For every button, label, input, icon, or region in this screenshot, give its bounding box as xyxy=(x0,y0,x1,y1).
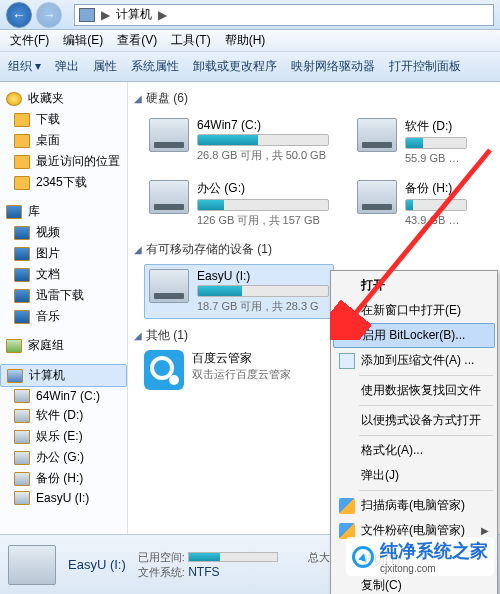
drive-icon xyxy=(14,430,30,444)
sidebar-item-thunder[interactable]: 迅雷下载 xyxy=(0,285,127,306)
homegroup-icon xyxy=(6,339,22,353)
download-icon xyxy=(14,289,30,303)
menu-file[interactable]: 文件(F) xyxy=(4,30,55,51)
sidebar-drive-h[interactable]: 备份 (H:) xyxy=(0,468,127,489)
window-titlebar: ← → ▶ 计算机 ▶ xyxy=(0,0,500,30)
status-usage-bar xyxy=(188,552,278,562)
usage-bar xyxy=(197,134,329,146)
menu-tools[interactable]: 工具(T) xyxy=(165,30,216,51)
menu-view[interactable]: 查看(V) xyxy=(111,30,163,51)
usage-bar xyxy=(405,137,467,149)
context-menu-separator xyxy=(359,375,493,376)
context-menu-label: 启用 BitLocker(B)... xyxy=(362,327,465,344)
sidebar-drive-i[interactable]: EasyU (I:) xyxy=(0,489,127,507)
folder-icon xyxy=(14,113,30,127)
section-hard-disks[interactable]: ◢硬盘 (6) xyxy=(130,88,500,109)
toolbar-organize[interactable]: 组织 ▾ xyxy=(8,58,41,75)
drive-label: EasyU (I:) xyxy=(197,269,329,283)
context-menu-item[interactable]: 以便携式设备方式打开 xyxy=(333,408,495,433)
drive-icon xyxy=(357,118,397,152)
status-fs-label: 文件系统: xyxy=(138,566,185,578)
sidebar-homegroup[interactable]: 家庭组 xyxy=(0,335,127,356)
picture-icon xyxy=(14,247,30,261)
context-menu-label: 在新窗口中打开(E) xyxy=(361,302,461,319)
status-total-label: 总大 xyxy=(308,550,330,565)
drive-icon xyxy=(357,180,397,214)
sidebar-item-recent[interactable]: 最近访问的位置 xyxy=(0,151,127,172)
drive-icon xyxy=(149,118,189,152)
context-menu-item[interactable]: 格式化(A)... xyxy=(333,438,495,463)
library-icon xyxy=(6,205,22,219)
drive-icon xyxy=(14,409,30,423)
drive-h[interactable]: 备份 (H:) 43.9 GB 可用 , 共 49 xyxy=(352,175,472,233)
toolbar-properties[interactable]: 属性 xyxy=(93,58,117,75)
nav-forward-button[interactable]: → xyxy=(36,2,62,28)
chevron-down-icon: ◢ xyxy=(134,330,142,341)
drive-icon xyxy=(14,451,30,465)
drive-icon xyxy=(149,180,189,214)
music-icon xyxy=(14,310,30,324)
context-menu-item[interactable]: 在新窗口中打开(E) xyxy=(333,298,495,323)
drive-meta: 126 GB 可用 , 共 157 GB xyxy=(197,213,329,228)
section-removable[interactable]: ◢有可移动存储的设备 (1) xyxy=(130,239,500,260)
context-menu-separator xyxy=(359,490,493,491)
sidebar-drive-d[interactable]: 软件 (D:) xyxy=(0,405,127,426)
drive-i-removable[interactable]: EasyU (I:) 18.7 GB 可用 , 共 28.3 G xyxy=(144,264,334,319)
context-menu-item[interactable]: 弹出(J) xyxy=(333,463,495,488)
sidebar-libraries[interactable]: 库 xyxy=(0,201,127,222)
context-menu-item[interactable]: 使用数据恢复找回文件 xyxy=(333,378,495,403)
chevron-right-icon: ▶ xyxy=(101,8,110,22)
computer-icon xyxy=(7,369,23,383)
toolbar-uninstall[interactable]: 卸载或更改程序 xyxy=(193,58,277,75)
context-menu-item[interactable]: 添加到压缩文件(A) ... xyxy=(333,348,495,373)
drive-meta: 18.7 GB 可用 , 共 28.3 G xyxy=(197,299,329,314)
drive-meta: 43.9 GB 可用 , 共 49 xyxy=(405,213,467,228)
context-menu-item[interactable]: 复制(C) xyxy=(333,573,495,594)
sidebar-item-documents[interactable]: 文档 xyxy=(0,264,127,285)
sidebar-drive-e[interactable]: 娱乐 (E:) xyxy=(0,426,127,447)
sidebar-drive-c[interactable]: 64Win7 (C:) xyxy=(0,387,127,405)
sidebar-item-pictures[interactable]: 图片 xyxy=(0,243,127,264)
usb-drive-icon xyxy=(14,491,30,505)
drive-g[interactable]: 办公 (G:) 126 GB 可用 , 共 157 GB xyxy=(144,175,334,233)
sidebar-drive-g[interactable]: 办公 (G:) xyxy=(0,447,127,468)
drive-icon xyxy=(14,472,30,486)
video-icon xyxy=(14,226,30,240)
toolbar-control-panel[interactable]: 打开控制面板 xyxy=(389,58,461,75)
sidebar-favorites[interactable]: 收藏夹 xyxy=(0,88,127,109)
sidebar-item-music[interactable]: 音乐 xyxy=(0,306,127,327)
drive-meta: 55.9 GB 可用 , 共 xyxy=(405,151,467,166)
watermark-logo-icon xyxy=(352,546,374,568)
drive-label: 软件 (D:) xyxy=(405,118,467,135)
document-icon xyxy=(14,268,30,282)
sidebar-item-videos[interactable]: 视频 xyxy=(0,222,127,243)
breadcrumb[interactable]: 计算机 xyxy=(116,6,152,23)
toolbar-map-drive[interactable]: 映射网络驱动器 xyxy=(291,58,375,75)
menu-edit[interactable]: 编辑(E) xyxy=(57,30,109,51)
nav-back-button[interactable]: ← xyxy=(6,2,32,28)
other-item-label: 百度云管家 xyxy=(192,350,291,367)
drive-d[interactable]: 软件 (D:) 55.9 GB 可用 , 共 xyxy=(352,113,472,171)
status-title: EasyU (I:) xyxy=(68,557,126,572)
menubar: 文件(F) 编辑(E) 查看(V) 工具(T) 帮助(H) xyxy=(0,30,500,52)
menu-help[interactable]: 帮助(H) xyxy=(219,30,272,51)
context-menu-item[interactable]: 扫描病毒(电脑管家) xyxy=(333,493,495,518)
chevron-right-icon: ▶ xyxy=(158,8,167,22)
usage-bar xyxy=(197,285,329,297)
sidebar-computer[interactable]: 计算机 xyxy=(0,364,127,387)
drive-icon xyxy=(14,389,30,403)
drive-c[interactable]: 64Win7 (C:) 26.8 GB 可用 , 共 50.0 GB xyxy=(144,113,334,171)
context-menu-item[interactable]: 启用 BitLocker(B)... xyxy=(333,323,495,348)
usage-bar xyxy=(197,199,329,211)
sidebar-item-desktop[interactable]: 桌面 xyxy=(0,130,127,151)
shield-icon xyxy=(339,498,355,514)
toolbar-system-properties[interactable]: 系统属性 xyxy=(131,58,179,75)
navigation-pane: 收藏夹 下载 桌面 最近访问的位置 2345下载 库 视频 图片 文档 迅雷下载… xyxy=(0,82,128,534)
address-bar[interactable]: ▶ 计算机 ▶ xyxy=(74,4,494,26)
sidebar-item-2345[interactable]: 2345下载 xyxy=(0,172,127,193)
sidebar-item-downloads[interactable]: 下载 xyxy=(0,109,127,130)
context-menu-separator xyxy=(359,435,493,436)
context-menu-item[interactable]: 打开 xyxy=(333,273,495,298)
drive-meta: 26.8 GB 可用 , 共 50.0 GB xyxy=(197,148,329,163)
toolbar-eject[interactable]: 弹出 xyxy=(55,58,79,75)
